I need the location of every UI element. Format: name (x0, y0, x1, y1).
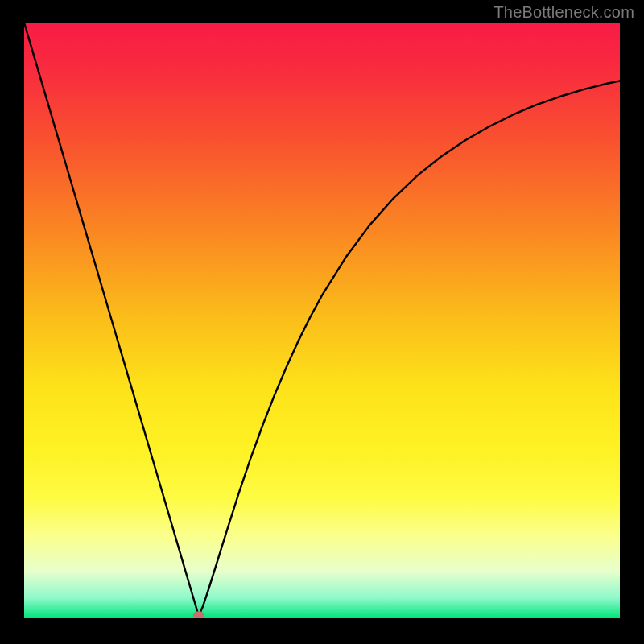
attribution-text: TheBottleneck.com (493, 3, 634, 22)
plot-area (24, 23, 620, 618)
chart-container: TheBottleneck.com (0, 0, 644, 644)
gradient-background (24, 23, 620, 618)
bottleneck-curve-chart (24, 23, 620, 618)
